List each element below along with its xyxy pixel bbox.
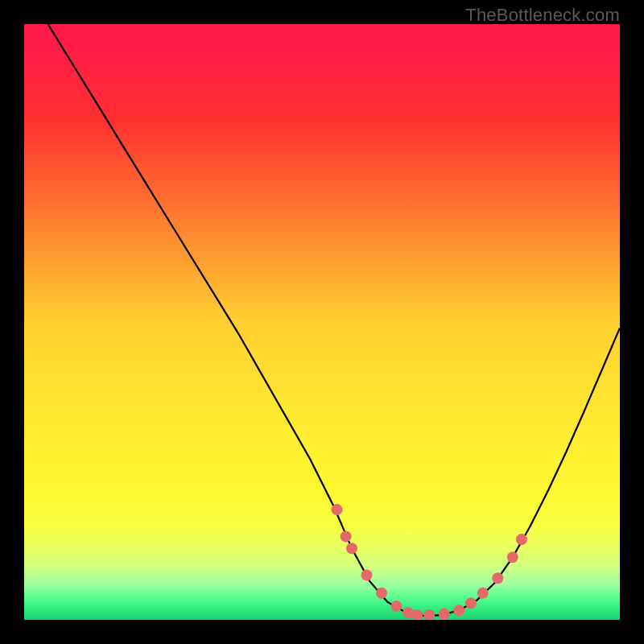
bottleneck-curve xyxy=(48,24,620,616)
data-marker xyxy=(332,504,343,515)
data-marker xyxy=(423,609,435,620)
data-marker xyxy=(507,551,518,563)
data-marker xyxy=(492,572,503,584)
data-markers xyxy=(332,504,527,620)
chart-svg xyxy=(24,24,620,620)
data-marker xyxy=(516,534,527,545)
data-marker xyxy=(453,605,464,616)
data-marker xyxy=(346,543,357,554)
watermark-text: TheBottleneck.com xyxy=(465,5,620,26)
data-marker xyxy=(439,609,450,620)
data-marker xyxy=(391,601,402,612)
data-marker xyxy=(465,597,477,609)
data-marker xyxy=(361,570,373,581)
data-marker xyxy=(477,588,489,599)
data-marker xyxy=(376,588,387,599)
data-marker xyxy=(341,530,352,542)
